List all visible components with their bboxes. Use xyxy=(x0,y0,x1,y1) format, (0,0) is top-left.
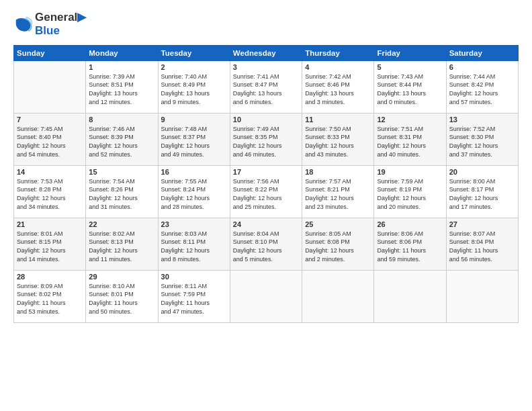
logo: General▶ Blue xyxy=(13,11,86,38)
day-number: 4 xyxy=(305,63,371,71)
col-header-friday: Friday xyxy=(374,45,446,60)
day-info: Sunrise: 8:09 AM Sunset: 8:02 PM Dayligh… xyxy=(17,282,83,316)
logo-text: General▶ Blue xyxy=(35,11,86,38)
col-header-wednesday: Wednesday xyxy=(230,45,302,60)
header-row: SundayMondayTuesdayWednesdayThursdayFrid… xyxy=(14,45,519,60)
day-info: Sunrise: 8:01 AM Sunset: 8:15 PM Dayligh… xyxy=(17,230,83,263)
day-number: 1 xyxy=(89,63,154,71)
day-cell: 30Sunrise: 8:11 AM Sunset: 7:59 PM Dayli… xyxy=(158,270,230,322)
day-cell xyxy=(302,270,374,322)
day-info: Sunrise: 7:43 AM Sunset: 8:44 PM Dayligh… xyxy=(377,73,443,106)
day-info: Sunrise: 7:39 AM Sunset: 8:51 PM Dayligh… xyxy=(89,73,154,106)
week-row-5: 28Sunrise: 8:09 AM Sunset: 8:02 PM Dayli… xyxy=(14,270,519,322)
day-info: Sunrise: 7:50 AM Sunset: 8:33 PM Dayligh… xyxy=(305,125,371,158)
day-number: 3 xyxy=(233,63,299,71)
day-info: Sunrise: 7:46 AM Sunset: 8:39 PM Dayligh… xyxy=(89,125,154,158)
day-cell: 6Sunrise: 7:44 AM Sunset: 8:42 PM Daylig… xyxy=(446,60,518,113)
col-header-sunday: Sunday xyxy=(14,45,86,60)
day-number: 28 xyxy=(17,273,83,281)
logo-icon xyxy=(13,15,32,34)
day-number: 22 xyxy=(89,220,154,228)
day-cell: 17Sunrise: 7:56 AM Sunset: 8:22 PM Dayli… xyxy=(230,165,302,218)
day-info: Sunrise: 7:49 AM Sunset: 8:35 PM Dayligh… xyxy=(233,125,299,158)
day-number: 21 xyxy=(17,220,83,228)
day-number: 14 xyxy=(17,168,83,176)
day-number: 11 xyxy=(305,116,371,124)
day-number: 30 xyxy=(161,273,227,281)
day-number: 2 xyxy=(161,63,227,71)
day-info: Sunrise: 7:44 AM Sunset: 8:42 PM Dayligh… xyxy=(449,73,515,106)
day-number: 8 xyxy=(89,116,154,124)
day-number: 9 xyxy=(161,116,227,124)
day-info: Sunrise: 8:03 AM Sunset: 8:11 PM Dayligh… xyxy=(161,230,227,263)
day-cell: 20Sunrise: 8:00 AM Sunset: 8:17 PM Dayli… xyxy=(446,165,518,218)
day-cell: 11Sunrise: 7:50 AM Sunset: 8:33 PM Dayli… xyxy=(302,113,374,165)
day-cell: 4Sunrise: 7:42 AM Sunset: 8:46 PM Daylig… xyxy=(302,60,374,113)
day-info: Sunrise: 7:48 AM Sunset: 8:37 PM Dayligh… xyxy=(161,125,227,158)
day-info: Sunrise: 7:54 AM Sunset: 8:26 PM Dayligh… xyxy=(89,177,154,211)
day-cell: 29Sunrise: 8:10 AM Sunset: 8:01 PM Dayli… xyxy=(86,270,158,322)
calendar-container: General▶ Blue SundayMondayTuesdayWednesd… xyxy=(0,0,532,411)
day-info: Sunrise: 7:59 AM Sunset: 8:19 PM Dayligh… xyxy=(377,177,443,211)
day-cell: 26Sunrise: 8:06 AM Sunset: 8:06 PM Dayli… xyxy=(374,218,446,270)
day-cell: 18Sunrise: 7:57 AM Sunset: 8:21 PM Dayli… xyxy=(302,165,374,218)
day-cell: 13Sunrise: 7:52 AM Sunset: 8:30 PM Dayli… xyxy=(446,113,518,165)
day-cell xyxy=(230,270,302,322)
day-cell xyxy=(446,270,518,322)
day-number: 13 xyxy=(449,116,515,124)
day-info: Sunrise: 7:40 AM Sunset: 8:49 PM Dayligh… xyxy=(161,73,227,106)
day-cell: 21Sunrise: 8:01 AM Sunset: 8:15 PM Dayli… xyxy=(14,218,86,270)
day-cell: 22Sunrise: 8:02 AM Sunset: 8:13 PM Dayli… xyxy=(86,218,158,270)
day-info: Sunrise: 7:45 AM Sunset: 8:40 PM Dayligh… xyxy=(17,125,83,158)
day-cell: 9Sunrise: 7:48 AM Sunset: 8:37 PM Daylig… xyxy=(158,113,230,165)
week-row-3: 14Sunrise: 7:53 AM Sunset: 8:28 PM Dayli… xyxy=(14,165,519,218)
day-cell: 8Sunrise: 7:46 AM Sunset: 8:39 PM Daylig… xyxy=(86,113,158,165)
day-number: 23 xyxy=(161,220,227,228)
day-cell: 27Sunrise: 8:07 AM Sunset: 8:04 PM Dayli… xyxy=(446,218,518,270)
day-number: 17 xyxy=(233,168,299,176)
day-number: 27 xyxy=(449,220,515,228)
day-number: 7 xyxy=(17,116,83,124)
day-info: Sunrise: 8:10 AM Sunset: 8:01 PM Dayligh… xyxy=(89,282,154,316)
col-header-thursday: Thursday xyxy=(302,45,374,60)
day-info: Sunrise: 7:55 AM Sunset: 8:24 PM Dayligh… xyxy=(161,177,227,211)
day-info: Sunrise: 7:41 AM Sunset: 8:47 PM Dayligh… xyxy=(233,73,299,106)
day-number: 24 xyxy=(233,220,299,228)
day-info: Sunrise: 7:52 AM Sunset: 8:30 PM Dayligh… xyxy=(449,125,515,158)
day-cell: 3Sunrise: 7:41 AM Sunset: 8:47 PM Daylig… xyxy=(230,60,302,113)
day-cell: 1Sunrise: 7:39 AM Sunset: 8:51 PM Daylig… xyxy=(86,60,158,113)
day-cell: 23Sunrise: 8:03 AM Sunset: 8:11 PM Dayli… xyxy=(158,218,230,270)
day-cell: 24Sunrise: 8:04 AM Sunset: 8:10 PM Dayli… xyxy=(230,218,302,270)
day-number: 5 xyxy=(377,63,443,71)
day-info: Sunrise: 8:00 AM Sunset: 8:17 PM Dayligh… xyxy=(449,177,515,211)
day-number: 29 xyxy=(89,273,154,281)
day-cell: 5Sunrise: 7:43 AM Sunset: 8:44 PM Daylig… xyxy=(374,60,446,113)
day-info: Sunrise: 7:53 AM Sunset: 8:28 PM Dayligh… xyxy=(17,177,83,211)
day-cell xyxy=(374,270,446,322)
header: General▶ Blue xyxy=(13,11,519,38)
day-number: 26 xyxy=(377,220,443,228)
day-cell: 12Sunrise: 7:51 AM Sunset: 8:31 PM Dayli… xyxy=(374,113,446,165)
day-info: Sunrise: 8:07 AM Sunset: 8:04 PM Dayligh… xyxy=(449,230,515,263)
col-header-monday: Monday xyxy=(86,45,158,60)
day-info: Sunrise: 7:57 AM Sunset: 8:21 PM Dayligh… xyxy=(305,177,371,211)
day-number: 25 xyxy=(305,220,371,228)
day-info: Sunrise: 7:42 AM Sunset: 8:46 PM Dayligh… xyxy=(305,73,371,106)
day-info: Sunrise: 8:06 AM Sunset: 8:06 PM Dayligh… xyxy=(377,230,443,263)
day-cell: 14Sunrise: 7:53 AM Sunset: 8:28 PM Dayli… xyxy=(14,165,86,218)
week-row-2: 7Sunrise: 7:45 AM Sunset: 8:40 PM Daylig… xyxy=(14,113,519,165)
col-header-saturday: Saturday xyxy=(446,45,518,60)
day-number: 6 xyxy=(449,63,515,71)
day-cell xyxy=(14,60,86,113)
calendar-table: SundayMondayTuesdayWednesdayThursdayFrid… xyxy=(13,45,519,323)
week-row-4: 21Sunrise: 8:01 AM Sunset: 8:15 PM Dayli… xyxy=(14,218,519,270)
day-cell: 25Sunrise: 8:05 AM Sunset: 8:08 PM Dayli… xyxy=(302,218,374,270)
day-cell: 28Sunrise: 8:09 AM Sunset: 8:02 PM Dayli… xyxy=(14,270,86,322)
day-number: 19 xyxy=(377,168,443,176)
day-number: 10 xyxy=(233,116,299,124)
day-number: 20 xyxy=(449,168,515,176)
week-row-1: 1Sunrise: 7:39 AM Sunset: 8:51 PM Daylig… xyxy=(14,60,519,113)
day-info: Sunrise: 8:05 AM Sunset: 8:08 PM Dayligh… xyxy=(305,230,371,263)
day-info: Sunrise: 7:56 AM Sunset: 8:22 PM Dayligh… xyxy=(233,177,299,211)
day-info: Sunrise: 7:51 AM Sunset: 8:31 PM Dayligh… xyxy=(377,125,443,158)
